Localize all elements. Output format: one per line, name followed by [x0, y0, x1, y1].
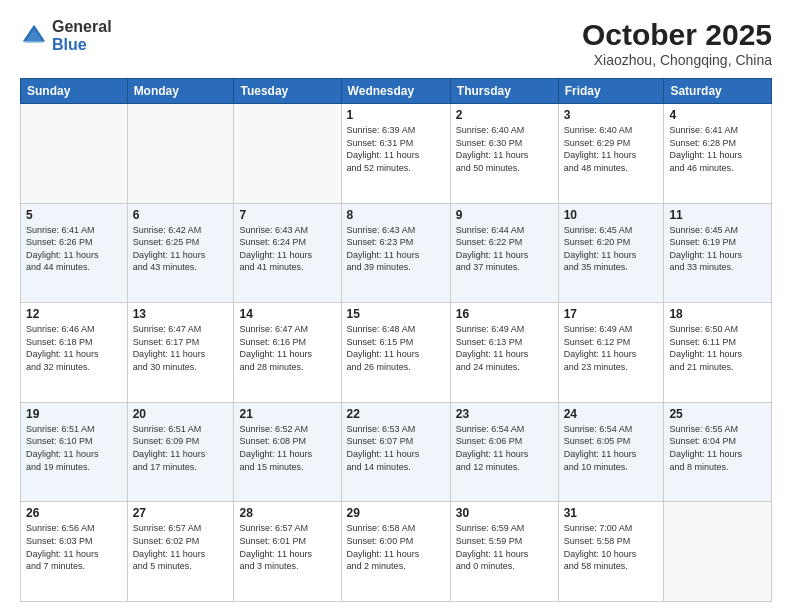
- day-number: 21: [239, 407, 335, 421]
- day-number: 6: [133, 208, 229, 222]
- calendar-cell: 2Sunrise: 6:40 AM Sunset: 6:30 PM Daylig…: [450, 104, 558, 204]
- calendar-cell: 3Sunrise: 6:40 AM Sunset: 6:29 PM Daylig…: [558, 104, 664, 204]
- calendar-cell: 28Sunrise: 6:57 AM Sunset: 6:01 PM Dayli…: [234, 502, 341, 602]
- day-info: Sunrise: 6:43 AM Sunset: 6:24 PM Dayligh…: [239, 224, 335, 274]
- calendar-cell: 10Sunrise: 6:45 AM Sunset: 6:20 PM Dayli…: [558, 203, 664, 303]
- logo-general-text: General: [52, 18, 112, 36]
- calendar-cell: 16Sunrise: 6:49 AM Sunset: 6:13 PM Dayli…: [450, 303, 558, 403]
- day-info: Sunrise: 6:53 AM Sunset: 6:07 PM Dayligh…: [347, 423, 445, 473]
- day-number: 24: [564, 407, 659, 421]
- day-info: Sunrise: 6:59 AM Sunset: 5:59 PM Dayligh…: [456, 522, 553, 572]
- day-number: 12: [26, 307, 122, 321]
- col-header-saturday: Saturday: [664, 79, 772, 104]
- day-number: 4: [669, 108, 766, 122]
- location: Xiaozhou, Chongqing, China: [582, 52, 772, 68]
- col-header-thursday: Thursday: [450, 79, 558, 104]
- day-info: Sunrise: 6:54 AM Sunset: 6:05 PM Dayligh…: [564, 423, 659, 473]
- day-info: Sunrise: 6:49 AM Sunset: 6:12 PM Dayligh…: [564, 323, 659, 373]
- day-info: Sunrise: 6:51 AM Sunset: 6:10 PM Dayligh…: [26, 423, 122, 473]
- day-number: 1: [347, 108, 445, 122]
- day-number: 7: [239, 208, 335, 222]
- day-info: Sunrise: 6:48 AM Sunset: 6:15 PM Dayligh…: [347, 323, 445, 373]
- calendar-week-row: 1Sunrise: 6:39 AM Sunset: 6:31 PM Daylig…: [21, 104, 772, 204]
- day-number: 3: [564, 108, 659, 122]
- logo-text: General Blue: [52, 18, 112, 53]
- day-info: Sunrise: 6:47 AM Sunset: 6:17 PM Dayligh…: [133, 323, 229, 373]
- calendar-cell: 15Sunrise: 6:48 AM Sunset: 6:15 PM Dayli…: [341, 303, 450, 403]
- col-header-tuesday: Tuesday: [234, 79, 341, 104]
- day-number: 5: [26, 208, 122, 222]
- month-title: October 2025: [582, 18, 772, 52]
- calendar-cell: [127, 104, 234, 204]
- day-info: Sunrise: 6:50 AM Sunset: 6:11 PM Dayligh…: [669, 323, 766, 373]
- day-number: 22: [347, 407, 445, 421]
- title-block: October 2025 Xiaozhou, Chongqing, China: [582, 18, 772, 68]
- day-info: Sunrise: 6:57 AM Sunset: 6:02 PM Dayligh…: [133, 522, 229, 572]
- day-info: Sunrise: 6:57 AM Sunset: 6:01 PM Dayligh…: [239, 522, 335, 572]
- day-info: Sunrise: 7:00 AM Sunset: 5:58 PM Dayligh…: [564, 522, 659, 572]
- col-header-monday: Monday: [127, 79, 234, 104]
- calendar-cell: 5Sunrise: 6:41 AM Sunset: 6:26 PM Daylig…: [21, 203, 128, 303]
- col-header-friday: Friday: [558, 79, 664, 104]
- day-info: Sunrise: 6:41 AM Sunset: 6:26 PM Dayligh…: [26, 224, 122, 274]
- day-number: 11: [669, 208, 766, 222]
- day-number: 20: [133, 407, 229, 421]
- logo-blue-text: Blue: [52, 36, 112, 54]
- day-info: Sunrise: 6:43 AM Sunset: 6:23 PM Dayligh…: [347, 224, 445, 274]
- calendar-week-row: 5Sunrise: 6:41 AM Sunset: 6:26 PM Daylig…: [21, 203, 772, 303]
- calendar-cell: 25Sunrise: 6:55 AM Sunset: 6:04 PM Dayli…: [664, 402, 772, 502]
- calendar-cell: 24Sunrise: 6:54 AM Sunset: 6:05 PM Dayli…: [558, 402, 664, 502]
- day-number: 17: [564, 307, 659, 321]
- col-header-sunday: Sunday: [21, 79, 128, 104]
- day-number: 25: [669, 407, 766, 421]
- calendar-cell: 20Sunrise: 6:51 AM Sunset: 6:09 PM Dayli…: [127, 402, 234, 502]
- calendar-cell: 30Sunrise: 6:59 AM Sunset: 5:59 PM Dayli…: [450, 502, 558, 602]
- day-number: 9: [456, 208, 553, 222]
- day-info: Sunrise: 6:54 AM Sunset: 6:06 PM Dayligh…: [456, 423, 553, 473]
- day-info: Sunrise: 6:39 AM Sunset: 6:31 PM Dayligh…: [347, 124, 445, 174]
- calendar-cell: 17Sunrise: 6:49 AM Sunset: 6:12 PM Dayli…: [558, 303, 664, 403]
- day-number: 26: [26, 506, 122, 520]
- calendar-week-row: 12Sunrise: 6:46 AM Sunset: 6:18 PM Dayli…: [21, 303, 772, 403]
- calendar-cell: 6Sunrise: 6:42 AM Sunset: 6:25 PM Daylig…: [127, 203, 234, 303]
- calendar-cell: 21Sunrise: 6:52 AM Sunset: 6:08 PM Dayli…: [234, 402, 341, 502]
- calendar-cell: [21, 104, 128, 204]
- day-info: Sunrise: 6:45 AM Sunset: 6:20 PM Dayligh…: [564, 224, 659, 274]
- calendar-cell: [234, 104, 341, 204]
- day-info: Sunrise: 6:56 AM Sunset: 6:03 PM Dayligh…: [26, 522, 122, 572]
- day-number: 14: [239, 307, 335, 321]
- logo-icon: [20, 22, 48, 50]
- page: General Blue October 2025 Xiaozhou, Chon…: [0, 0, 792, 612]
- day-number: 15: [347, 307, 445, 321]
- day-info: Sunrise: 6:58 AM Sunset: 6:00 PM Dayligh…: [347, 522, 445, 572]
- calendar-cell: 22Sunrise: 6:53 AM Sunset: 6:07 PM Dayli…: [341, 402, 450, 502]
- day-number: 2: [456, 108, 553, 122]
- header: General Blue October 2025 Xiaozhou, Chon…: [20, 18, 772, 68]
- calendar-cell: 19Sunrise: 6:51 AM Sunset: 6:10 PM Dayli…: [21, 402, 128, 502]
- day-number: 27: [133, 506, 229, 520]
- calendar-week-row: 26Sunrise: 6:56 AM Sunset: 6:03 PM Dayli…: [21, 502, 772, 602]
- day-number: 16: [456, 307, 553, 321]
- day-number: 8: [347, 208, 445, 222]
- day-info: Sunrise: 6:41 AM Sunset: 6:28 PM Dayligh…: [669, 124, 766, 174]
- calendar-cell: 7Sunrise: 6:43 AM Sunset: 6:24 PM Daylig…: [234, 203, 341, 303]
- logo: General Blue: [20, 18, 112, 53]
- day-info: Sunrise: 6:47 AM Sunset: 6:16 PM Dayligh…: [239, 323, 335, 373]
- day-info: Sunrise: 6:45 AM Sunset: 6:19 PM Dayligh…: [669, 224, 766, 274]
- day-info: Sunrise: 6:55 AM Sunset: 6:04 PM Dayligh…: [669, 423, 766, 473]
- day-info: Sunrise: 6:46 AM Sunset: 6:18 PM Dayligh…: [26, 323, 122, 373]
- day-number: 29: [347, 506, 445, 520]
- day-number: 31: [564, 506, 659, 520]
- calendar-cell: 31Sunrise: 7:00 AM Sunset: 5:58 PM Dayli…: [558, 502, 664, 602]
- day-info: Sunrise: 6:51 AM Sunset: 6:09 PM Dayligh…: [133, 423, 229, 473]
- calendar-cell: 1Sunrise: 6:39 AM Sunset: 6:31 PM Daylig…: [341, 104, 450, 204]
- calendar-cell: 27Sunrise: 6:57 AM Sunset: 6:02 PM Dayli…: [127, 502, 234, 602]
- calendar-cell: 18Sunrise: 6:50 AM Sunset: 6:11 PM Dayli…: [664, 303, 772, 403]
- calendar-header-row: SundayMondayTuesdayWednesdayThursdayFrid…: [21, 79, 772, 104]
- day-number: 23: [456, 407, 553, 421]
- day-info: Sunrise: 6:49 AM Sunset: 6:13 PM Dayligh…: [456, 323, 553, 373]
- day-number: 30: [456, 506, 553, 520]
- calendar-cell: 13Sunrise: 6:47 AM Sunset: 6:17 PM Dayli…: [127, 303, 234, 403]
- day-info: Sunrise: 6:40 AM Sunset: 6:29 PM Dayligh…: [564, 124, 659, 174]
- day-info: Sunrise: 6:52 AM Sunset: 6:08 PM Dayligh…: [239, 423, 335, 473]
